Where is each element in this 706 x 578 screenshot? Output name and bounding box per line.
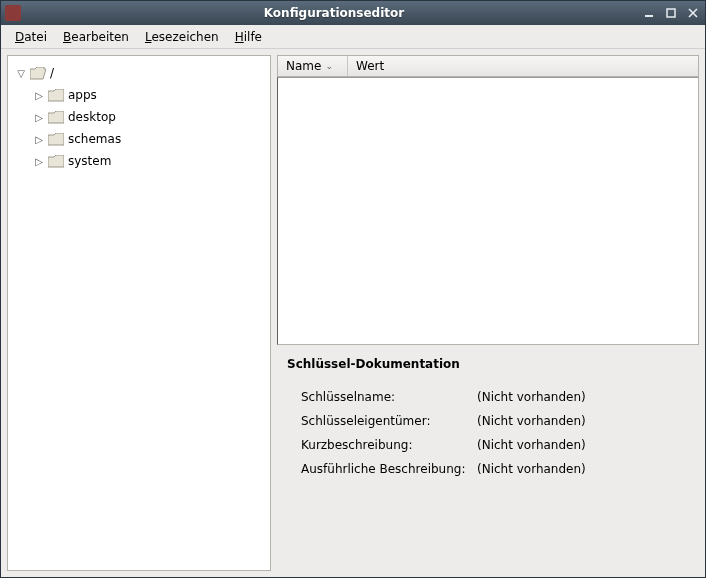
doc-keyowner-value: (Nicht vorhanden) bbox=[477, 409, 586, 433]
folder-open-icon bbox=[30, 67, 46, 80]
tree-item-label: apps bbox=[68, 88, 97, 102]
app-icon bbox=[5, 5, 21, 21]
tree-item-label: schemas bbox=[68, 132, 121, 146]
folder-icon bbox=[48, 89, 64, 102]
doc-row-shortdesc: Kurzbeschreibung: (Nicht vorhanden) bbox=[301, 433, 689, 457]
column-header-name[interactable]: Name ⌄ bbox=[278, 56, 348, 76]
menu-help-rest: ilfe bbox=[244, 30, 262, 44]
titlebar[interactable]: Konfigurationseditor bbox=[1, 1, 705, 25]
tree-root-label: / bbox=[50, 66, 54, 80]
chevron-down-icon[interactable]: ▽ bbox=[16, 68, 26, 79]
list-body[interactable] bbox=[277, 77, 699, 345]
doc-keyname-label: Schlüsselname: bbox=[301, 385, 477, 409]
chevron-right-icon[interactable]: ▷ bbox=[34, 156, 44, 167]
window-controls bbox=[641, 6, 701, 20]
menu-file-rest: atei bbox=[24, 30, 47, 44]
folder-icon bbox=[48, 133, 64, 146]
menu-edit-rest: earbeiten bbox=[71, 30, 129, 44]
doc-row-keyname: Schlüsselname: (Nicht vorhanden) bbox=[301, 385, 689, 409]
menubar: Datei Bearbeiten Lesezeichen Hilfe bbox=[1, 25, 705, 49]
doc-keyname-value: (Nicht vorhanden) bbox=[477, 385, 586, 409]
doc-longdesc-value: (Nicht vorhanden) bbox=[477, 457, 586, 481]
folder-icon bbox=[48, 155, 64, 168]
close-button[interactable] bbox=[685, 6, 701, 20]
chevron-right-icon[interactable]: ▷ bbox=[34, 134, 44, 145]
window: Konfigurationseditor Datei Bearbeiten Le… bbox=[0, 0, 706, 578]
tree-root-row[interactable]: ▽ / bbox=[12, 62, 266, 84]
sort-indicator-icon: ⌄ bbox=[325, 61, 333, 71]
doc-row-longdesc: Ausführliche Beschreibung: (Nicht vorhan… bbox=[301, 457, 689, 481]
window-title: Konfigurationseditor bbox=[27, 6, 641, 20]
doc-longdesc-label: Ausführliche Beschreibung: bbox=[301, 457, 477, 481]
tree-item-apps[interactable]: ▷ apps bbox=[12, 84, 266, 106]
tree-item-label: desktop bbox=[68, 110, 116, 124]
tree-pane[interactable]: ▽ / ▷ apps ▷ desktop ▷ bbox=[7, 55, 271, 571]
maximize-icon bbox=[666, 8, 676, 18]
column-header-value[interactable]: Wert bbox=[348, 56, 392, 76]
key-documentation-pane: Schlüssel-Dokumentation Schlüsselname: (… bbox=[277, 345, 699, 571]
tree-item-system[interactable]: ▷ system bbox=[12, 150, 266, 172]
column-header-name-label: Name bbox=[286, 59, 321, 73]
close-icon bbox=[688, 8, 698, 18]
list-header: Name ⌄ Wert bbox=[277, 55, 699, 77]
menu-edit[interactable]: Bearbeiten bbox=[55, 28, 137, 46]
right-pane: Name ⌄ Wert Schlüssel-Dokumentation Schl… bbox=[277, 55, 699, 571]
maximize-button[interactable] bbox=[663, 6, 679, 20]
svg-rect-1 bbox=[667, 9, 675, 17]
doc-row-keyowner: Schlüsseleigentümer: (Nicht vorhanden) bbox=[301, 409, 689, 433]
tree-item-desktop[interactable]: ▷ desktop bbox=[12, 106, 266, 128]
chevron-right-icon[interactable]: ▷ bbox=[34, 90, 44, 101]
menu-help[interactable]: Hilfe bbox=[227, 28, 270, 46]
doc-keyowner-label: Schlüsseleigentümer: bbox=[301, 409, 477, 433]
menu-file[interactable]: Datei bbox=[7, 28, 55, 46]
doc-heading: Schlüssel-Dokumentation bbox=[287, 357, 689, 371]
minimize-button[interactable] bbox=[641, 6, 657, 20]
svg-rect-0 bbox=[645, 15, 653, 17]
menu-bookmarks-rest: esezeichen bbox=[151, 30, 218, 44]
tree-item-label: system bbox=[68, 154, 111, 168]
tree-item-schemas[interactable]: ▷ schemas bbox=[12, 128, 266, 150]
chevron-right-icon[interactable]: ▷ bbox=[34, 112, 44, 123]
minimize-icon bbox=[644, 8, 654, 18]
doc-table: Schlüsselname: (Nicht vorhanden) Schlüss… bbox=[301, 385, 689, 481]
menu-bookmarks[interactable]: Lesezeichen bbox=[137, 28, 227, 46]
doc-shortdesc-label: Kurzbeschreibung: bbox=[301, 433, 477, 457]
doc-shortdesc-value: (Nicht vorhanden) bbox=[477, 433, 586, 457]
column-header-value-label: Wert bbox=[356, 59, 384, 73]
content-area: ▽ / ▷ apps ▷ desktop ▷ bbox=[1, 49, 705, 577]
folder-icon bbox=[48, 111, 64, 124]
